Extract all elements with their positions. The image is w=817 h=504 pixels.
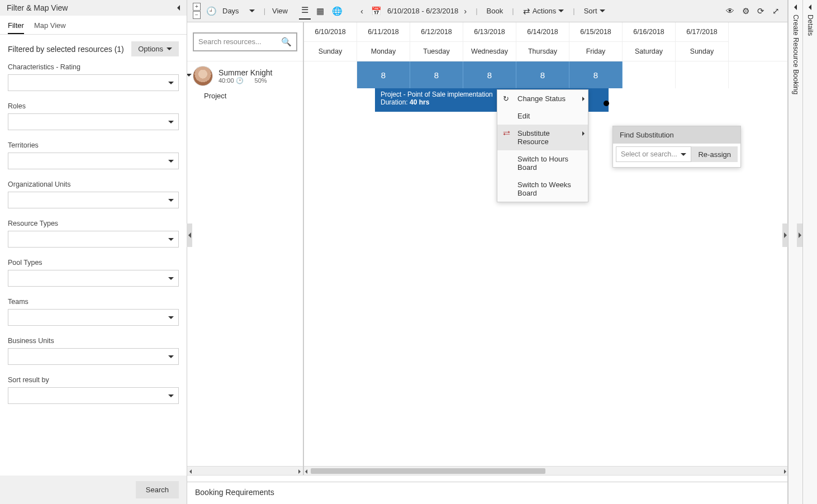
chevron-down-icon bbox=[168, 82, 174, 84]
filter-label-characteristics: Characteristics - Rating bbox=[8, 63, 179, 71]
calendar-column: 6/14/2018Thursday bbox=[516, 22, 569, 61]
book-button[interactable]: Book bbox=[484, 6, 506, 16]
collapse-left-panel-icon[interactable] bbox=[177, 5, 180, 11]
swap-icon: ⇄ bbox=[523, 6, 530, 16]
sort-dropdown[interactable]: Sort bbox=[582, 6, 607, 16]
substitute-icon: ⮂ bbox=[503, 129, 510, 137]
date-picker-button[interactable]: 📅 bbox=[369, 5, 384, 17]
view-label: View bbox=[272, 7, 288, 15]
settings-button[interactable]: ⚙ bbox=[740, 5, 752, 17]
grid-icon: ▦ bbox=[316, 6, 324, 16]
utilization-label: 50% bbox=[255, 77, 267, 84]
date-range: 6/10/2018 - 6/23/2018 bbox=[387, 7, 458, 15]
chevron-down-icon bbox=[168, 394, 174, 397]
filter-label-territories: Territories bbox=[8, 141, 179, 149]
filter-select-territories[interactable] bbox=[8, 153, 179, 169]
menu-substitute-resource[interactable]: ⮂ Substitute Resource bbox=[497, 125, 588, 150]
tab-filter[interactable]: Filter bbox=[8, 21, 24, 34]
resource-row[interactable]: Summer Knight 40:00 🕑 50% bbox=[187, 61, 303, 88]
gear-icon: ⚙ bbox=[742, 6, 749, 16]
project-subrow[interactable]: Project bbox=[187, 88, 303, 112]
filter-label-pool-types: Pool Types bbox=[8, 259, 179, 267]
menu-change-status[interactable]: ↻ Change Status bbox=[497, 90, 588, 107]
capacity-cell: 8 bbox=[569, 61, 623, 88]
view-map-button[interactable]: 🌐 bbox=[330, 5, 345, 17]
search-button[interactable]: Search bbox=[136, 481, 179, 498]
capacity-cell bbox=[623, 61, 676, 88]
rail-create-resource-booking[interactable]: Create Resource Booking bbox=[788, 0, 802, 504]
filter-select-characteristics[interactable] bbox=[8, 74, 179, 91]
chevron-left-icon bbox=[809, 4, 811, 10]
filter-select-teams[interactable] bbox=[8, 309, 179, 326]
view-grid-button[interactable]: ▦ bbox=[314, 5, 326, 17]
chevron-right-icon: › bbox=[464, 6, 467, 16]
refresh-button[interactable]: ⟳ bbox=[755, 5, 767, 17]
filter-select-business-units[interactable] bbox=[8, 348, 179, 365]
time-unit-dropdown[interactable]: Days bbox=[220, 6, 257, 16]
rail-details[interactable]: Details bbox=[802, 0, 817, 504]
calendar-column: 6/10/2018Sunday bbox=[304, 22, 357, 61]
filter-label-resource-types: Resource Types bbox=[8, 220, 179, 227]
menu-switch-hours[interactable]: Switch to Hours Board bbox=[497, 150, 588, 176]
filter-select-resource-types[interactable] bbox=[8, 231, 179, 248]
view-list-button[interactable]: ☰ bbox=[299, 3, 311, 20]
filter-label-business-units: Business Units bbox=[8, 337, 179, 345]
tab-map-view[interactable]: Map View bbox=[34, 21, 66, 34]
chevron-down-icon bbox=[168, 199, 174, 202]
chevron-down-icon bbox=[168, 316, 174, 319]
date-next-button[interactable]: › bbox=[462, 5, 469, 17]
clock-icon: 🕘 bbox=[206, 6, 217, 16]
filter-select-sort-result-by[interactable] bbox=[8, 387, 179, 404]
chevron-right-icon bbox=[582, 97, 585, 101]
filter-select-pool-types[interactable] bbox=[8, 270, 179, 287]
collapse-all-icon[interactable]: − bbox=[193, 11, 201, 19]
fullscreen-button[interactable]: ⤢ bbox=[770, 5, 782, 17]
capacity-cell bbox=[304, 61, 357, 88]
options-button[interactable]: Options bbox=[131, 41, 179, 56]
expand-all-icon[interactable]: + bbox=[193, 3, 201, 11]
chevron-down-icon bbox=[168, 160, 174, 163]
chevron-down-icon bbox=[168, 238, 174, 241]
calendar-column: 6/16/2018Saturday bbox=[623, 22, 676, 61]
search-icon: 🔍 bbox=[281, 37, 292, 47]
capacity-cell bbox=[676, 61, 729, 88]
reassign-button[interactable]: Re-assign bbox=[691, 146, 738, 162]
filter-select-roles[interactable] bbox=[8, 113, 179, 130]
panel-title: Filter & Map View bbox=[7, 3, 68, 12]
collapse-details-handle[interactable] bbox=[797, 224, 802, 247]
scrollbar[interactable] bbox=[187, 466, 303, 475]
calendar-column: 6/15/2018Friday bbox=[569, 22, 623, 61]
capacity-cell: 8 bbox=[410, 61, 463, 88]
booking-endpoint-icon bbox=[604, 101, 609, 106]
menu-switch-weeks[interactable]: Switch to Weeks Board bbox=[497, 176, 588, 202]
collapse-filter-handle[interactable] bbox=[187, 224, 192, 247]
find-substitution-button[interactable]: Find Substitution bbox=[613, 126, 740, 144]
actions-dropdown[interactable]: ⇄ Actions bbox=[521, 5, 567, 17]
calendar-column: 6/17/2018Sunday bbox=[676, 22, 729, 61]
avatar bbox=[193, 66, 213, 86]
visibility-button[interactable]: 👁 bbox=[724, 5, 737, 17]
scrollbar-thumb[interactable] bbox=[311, 468, 545, 474]
chevron-left-icon bbox=[794, 4, 797, 10]
filter-select-org-units[interactable] bbox=[8, 192, 179, 208]
filter-label-sort-result-by: Sort result by bbox=[8, 376, 179, 384]
filter-label-org-units: Organizational Units bbox=[8, 180, 179, 188]
menu-edit[interactable]: Edit bbox=[497, 107, 588, 125]
chevron-down-icon bbox=[681, 153, 686, 156]
collapse-booking-handle[interactable] bbox=[782, 224, 788, 247]
toolbar: + − 🕘 Days | View ☰ ▦ 🌐 ‹ 📅 6/10/2018 - … bbox=[187, 0, 787, 22]
filter-map-panel: Filter & Map View Filter Map View Filter… bbox=[0, 0, 187, 504]
resource-name: Summer Knight bbox=[218, 68, 272, 77]
globe-icon: 🌐 bbox=[332, 6, 343, 16]
status-icon: ↻ bbox=[503, 94, 509, 103]
chevron-down-icon bbox=[168, 277, 174, 280]
scrollbar[interactable] bbox=[304, 466, 787, 475]
substitute-select[interactable]: Select or search... bbox=[616, 146, 691, 162]
search-resources-input[interactable]: Search resources... 🔍 bbox=[193, 32, 297, 51]
booking-requirements-header[interactable]: Booking Requirements bbox=[187, 482, 787, 504]
date-prev-button[interactable]: ‹ bbox=[358, 5, 365, 17]
expand-resource-icon[interactable] bbox=[187, 74, 192, 77]
calendar-column: 6/13/2018Wednesday bbox=[463, 22, 516, 61]
chevron-down-icon bbox=[168, 355, 174, 358]
context-menu: ↻ Change Status Edit ⮂ Substitute Resour… bbox=[497, 89, 588, 202]
